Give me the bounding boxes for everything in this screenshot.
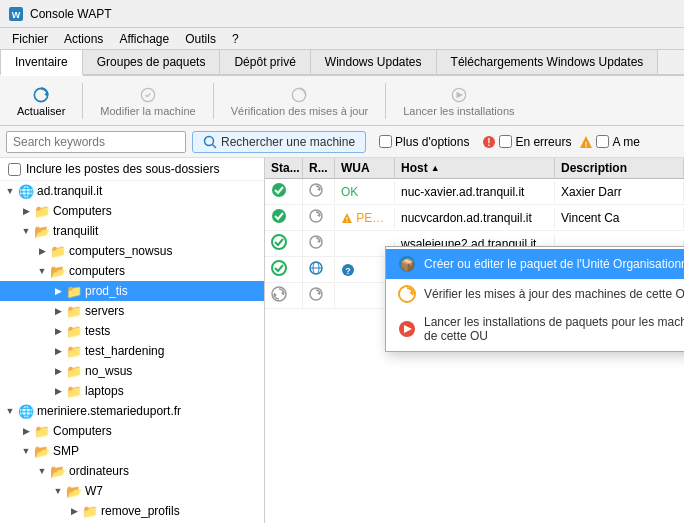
- btn-modifier[interactable]: Modifier la machine: [89, 80, 206, 122]
- tree-toggle[interactable]: ▶: [52, 365, 64, 377]
- warn-icon: !: [579, 135, 593, 149]
- th-wua[interactable]: WUA: [335, 158, 395, 178]
- refresh-small-icon: [309, 287, 323, 301]
- tree-toggle[interactable]: ▶: [52, 285, 64, 297]
- context-menu-item-verify[interactable]: Vérifier les mises à jour des machines d…: [386, 279, 684, 309]
- svg-text:?: ?: [345, 266, 351, 276]
- menu-help[interactable]: ?: [224, 30, 247, 48]
- th-status[interactable]: Sta...: [265, 158, 303, 178]
- menu-affichage[interactable]: Affichage: [111, 30, 177, 48]
- tree-item-meriniere[interactable]: ▼ 🌐 meriniere.stemarieduport.fr: [0, 401, 264, 421]
- tree-toggle[interactable]: ▶: [52, 325, 64, 337]
- table-header: Sta... R... WUA Host ▲ Description: [265, 158, 684, 179]
- plus-options-button[interactable]: Plus d'options: [372, 132, 476, 152]
- th-description[interactable]: Description: [555, 158, 684, 178]
- svg-marker-33: [274, 293, 277, 298]
- th-r[interactable]: R...: [303, 158, 335, 178]
- menu-bar: Fichier Actions Affichage Outils ?: [0, 28, 684, 50]
- tree-toggle[interactable]: ▼: [36, 465, 48, 477]
- tree-toggle[interactable]: ▼: [4, 185, 16, 197]
- include-subfolders-check[interactable]: [8, 163, 21, 176]
- title-bar: W Console WAPT: [0, 0, 684, 28]
- toolbar: Actualiser Modifier la machine Vérificat…: [0, 76, 684, 126]
- tree-item-remove-profils[interactable]: ▶ 📁 remove_profils: [0, 501, 264, 521]
- tab-depot[interactable]: Dépôt privé: [220, 50, 310, 74]
- tree-toggle[interactable]: ▶: [20, 425, 32, 437]
- tree-item-prod-tis[interactable]: ▶ 📁 prod_tis: [0, 281, 264, 301]
- search-input[interactable]: [6, 131, 186, 153]
- menu-fichier[interactable]: Fichier: [4, 30, 56, 48]
- td-status: [265, 179, 303, 204]
- td-status: [265, 257, 303, 282]
- table-row[interactable]: OK nuc-xavier.ad.tranquil.it Xaxier Darr: [265, 179, 684, 205]
- filter-me[interactable]: ! A me: [579, 135, 639, 149]
- tree-toggle[interactable]: ▶: [52, 305, 64, 317]
- search-icon: [203, 135, 217, 149]
- globe-small-icon: [309, 261, 323, 275]
- tree-item-computers-nowsus[interactable]: ▶ 📁 computers_nowsus: [0, 241, 264, 261]
- btn-lancer[interactable]: Lancer les installations: [392, 80, 525, 122]
- plus-options-check[interactable]: [379, 135, 392, 148]
- tree-item-tests[interactable]: ▶ 📁 tests: [0, 321, 264, 341]
- tree-item-root-ad[interactable]: ▼ 🌐 ad.tranquil.it: [0, 181, 264, 201]
- td-host: nucvcardon.ad.tranquil.it: [395, 208, 555, 228]
- btn-verif[interactable]: Vérification des mises à jour: [220, 80, 380, 122]
- filter-me-check[interactable]: [596, 135, 609, 148]
- tree-item-no-wsus[interactable]: ▶ 📁 no_wsus: [0, 361, 264, 381]
- svg-marker-3: [44, 91, 47, 96]
- filter-errors-check[interactable]: [499, 135, 512, 148]
- tree-toggle[interactable]: ▼: [4, 405, 16, 417]
- tab-telechargements[interactable]: Téléchargements Windows Updates: [437, 50, 659, 74]
- tree-item-smp[interactable]: ▼ 📂 SMP: [0, 441, 264, 461]
- folder-icon: 📂: [34, 443, 50, 459]
- search-machine-button[interactable]: Rechercher une machine: [192, 131, 366, 153]
- folder-icon: 📂: [50, 263, 66, 279]
- tree-toggle[interactable]: ▶: [20, 205, 32, 217]
- tree-item-ordinateurs[interactable]: ▼ 📂 ordinateurs: [0, 461, 264, 481]
- tree-toggle[interactable]: ▼: [52, 485, 64, 497]
- app-icon: W: [8, 6, 24, 22]
- table-row[interactable]: ! PEN... nucvcardon.ad.tranquil.it Vince…: [265, 205, 684, 231]
- tree-toggle[interactable]: ▶: [68, 505, 80, 517]
- refresh-small-icon: [309, 235, 323, 249]
- tree-item-tranquilit[interactable]: ▼ 📂 tranquilit: [0, 221, 264, 241]
- tab-groupes[interactable]: Groupes de paquets: [83, 50, 221, 74]
- tab-inventaire[interactable]: Inventaire: [0, 50, 83, 76]
- tab-windows-updates[interactable]: Windows Updates: [311, 50, 437, 74]
- separator-2: [213, 83, 214, 119]
- search-bar: Rechercher une machine Plus d'options ! …: [0, 126, 684, 158]
- tree-item-test-hardening[interactable]: ▶ 📁 test_hardening: [0, 341, 264, 361]
- tree-item-laptops[interactable]: ▶ 📁 laptops: [0, 381, 264, 401]
- btn-actualiser[interactable]: Actualiser: [6, 80, 76, 122]
- tree-item-servers[interactable]: ▶ 📁 servers: [0, 301, 264, 321]
- menu-outils[interactable]: Outils: [177, 30, 224, 48]
- status-ok-light-icon: [271, 234, 287, 250]
- error-icon: !: [482, 135, 496, 149]
- svg-line-9: [213, 144, 217, 148]
- tree-toggle[interactable]: ▶: [36, 245, 48, 257]
- main-content: Inclure les postes des sous-dossiers ▼ 🌐…: [0, 158, 684, 523]
- include-subfolders[interactable]: Inclure les postes des sous-dossiers: [0, 158, 264, 181]
- launch-icon: [447, 85, 471, 105]
- menu-actions[interactable]: Actions: [56, 30, 111, 48]
- tree-item-computers[interactable]: ▼ 📂 computers: [0, 261, 264, 281]
- folder-icon: 📁: [34, 423, 50, 439]
- tree-item-w7[interactable]: ▼ 📂 W7: [0, 481, 264, 501]
- tree-toggle[interactable]: ▶: [52, 385, 64, 397]
- tree-toggle[interactable]: ▼: [20, 445, 32, 457]
- tree-toggle[interactable]: ▼: [36, 265, 48, 277]
- context-menu-item-create[interactable]: 📦 Créer ou éditer le paquet de l'Unité O…: [386, 249, 684, 279]
- tree-item-computers-1[interactable]: ▶ 📁 Computers: [0, 201, 264, 221]
- tree-toggle[interactable]: ▶: [52, 345, 64, 357]
- svg-text:!: !: [488, 137, 491, 148]
- td-status: [265, 231, 303, 256]
- folder-icon: 📁: [50, 243, 66, 259]
- tree-scroll[interactable]: ▼ 🌐 ad.tranquil.it ▶ 📁 Computers ▼ 📂 tra…: [0, 181, 264, 523]
- context-menu-item-launch[interactable]: Lancer les installations de paquets pour…: [386, 309, 684, 349]
- filter-errors[interactable]: ! En erreurs: [482, 135, 571, 149]
- th-host[interactable]: Host ▲: [395, 158, 555, 178]
- tree-toggle[interactable]: ▼: [20, 225, 32, 237]
- td-host: nuc-xavier.ad.tranquil.it: [395, 182, 555, 202]
- tree-item-computers-2[interactable]: ▶ 📁 Computers: [0, 421, 264, 441]
- svg-point-14: [272, 183, 286, 197]
